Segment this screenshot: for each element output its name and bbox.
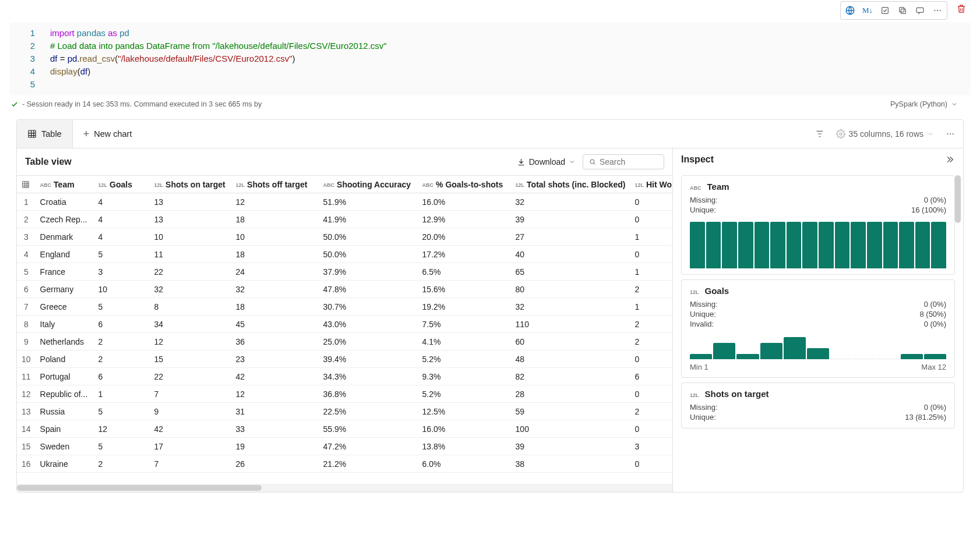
- svg-rect-3: [900, 8, 904, 12]
- table-row[interactable]: 5France3222437.9%6.5%651: [17, 263, 672, 281]
- chevron-down-icon: [927, 130, 934, 137]
- copy-cell-icon[interactable]: [894, 3, 911, 18]
- status-bar: - Session ready in 14 sec 353 ms. Comman…: [0, 98, 980, 111]
- chevron-down-icon: [569, 158, 576, 165]
- table-row[interactable]: 6Germany10323247.8%15.6%802: [17, 281, 672, 298]
- success-check-icon: [10, 100, 19, 108]
- svg-point-13: [590, 160, 594, 164]
- svg-point-12: [953, 133, 954, 134]
- column-header[interactable]: 12LShots off target: [231, 176, 319, 193]
- delete-cell-icon[interactable]: [953, 1, 970, 16]
- svg-rect-2: [901, 9, 905, 13]
- data-wrangler-icon[interactable]: [842, 3, 858, 18]
- table-row[interactable]: 10Poland2152339.4%5.2%480: [17, 350, 672, 368]
- search-input[interactable]: [600, 157, 658, 167]
- more-output-actions-icon[interactable]: [942, 126, 958, 142]
- column-header[interactable]: 12LShots on target: [150, 176, 231, 193]
- type-tag: ABC: [690, 185, 701, 191]
- output-container: Table + New chart 35 columns, 16 rows Ta…: [16, 119, 964, 493]
- table-row[interactable]: 16Ukraine272621.2%6.0%380: [17, 455, 672, 473]
- cell-toolbar: M↓: [0, 0, 980, 21]
- horizontal-scrollbar-thumb[interactable]: [17, 485, 262, 491]
- table-row[interactable]: 13Russia593122.5%12.5%592: [17, 403, 672, 420]
- inspect-pane: Inspect ABC Team Missing:0 (0%) Unique:1…: [673, 148, 963, 492]
- inspect-card-team[interactable]: ABC Team Missing:0 (0%) Unique:16 (100%): [681, 175, 955, 275]
- tab-table[interactable]: Table: [17, 120, 73, 148]
- search-icon: [589, 158, 596, 166]
- search-box[interactable]: [583, 154, 664, 169]
- goals-histogram: [690, 336, 946, 359]
- plus-icon: +: [83, 128, 90, 140]
- code-cell[interactable]: 1import pandas as pd2# Load data into pa…: [9, 22, 971, 95]
- table-row[interactable]: 3Denmark4101050.0%20.0%271: [17, 228, 672, 246]
- markdown-convert-icon[interactable]: M↓: [859, 3, 876, 18]
- table-row[interactable]: 9Netherlands2123625.0%4.1%602: [17, 333, 672, 350]
- code-editor[interactable]: 1import pandas as pd2# Load data into pa…: [9, 22, 971, 95]
- column-header[interactable]: 12LHit Wo: [630, 176, 672, 193]
- card-column-name: Goals: [705, 286, 729, 296]
- card-column-name: Shots on target: [705, 389, 769, 399]
- status-text: - Session ready in 14 sec 353 ms. Comman…: [22, 100, 262, 108]
- table-row[interactable]: 7Greece581830.7%19.2%321: [17, 298, 672, 316]
- kernel-label: PySpark (Python): [890, 100, 947, 108]
- table-pane: Table view Download ABCTeam12LGoals12LSh…: [17, 148, 673, 492]
- column-header[interactable]: ABCTeam: [36, 176, 94, 193]
- svg-rect-1: [882, 8, 889, 14]
- rowindex-header[interactable]: [17, 176, 36, 193]
- svg-point-11: [950, 133, 951, 134]
- collapse-inspect-icon[interactable]: [944, 154, 955, 165]
- column-header[interactable]: 12LGoals: [94, 176, 150, 193]
- filter-icon[interactable]: [812, 126, 828, 142]
- svg-rect-14: [23, 181, 29, 187]
- collapse-output-icon[interactable]: [877, 3, 893, 18]
- table-row[interactable]: 1Croatia4131251.9%16.0%320: [17, 193, 672, 211]
- table-row[interactable]: 15Sweden5171947.2%13.8%393: [17, 438, 672, 455]
- team-histogram: [690, 222, 946, 268]
- table-row[interactable]: 12Republic of...171236.8%5.2%280: [17, 385, 672, 403]
- data-table[interactable]: ABCTeam12LGoals12LShots on target12LShot…: [17, 175, 672, 484]
- column-header[interactable]: 12LTotal shots (inc. Blocked): [511, 176, 630, 193]
- column-row-summary[interactable]: 35 columns, 16 rows: [836, 129, 934, 139]
- chevron-down-icon: [951, 101, 958, 108]
- table-title: Table view: [25, 157, 72, 167]
- gear-icon: [836, 129, 845, 139]
- tab-newchart-label: New chart: [94, 129, 132, 139]
- kernel-selector[interactable]: PySpark (Python): [888, 98, 971, 111]
- add-comment-icon[interactable]: [912, 3, 928, 18]
- inspect-card-shots[interactable]: 12L Shots on target Missing:0 (0%) Uniqu…: [681, 382, 955, 428]
- svg-point-10: [947, 133, 948, 134]
- svg-point-9: [840, 133, 842, 135]
- svg-point-5: [934, 10, 935, 11]
- table-row[interactable]: 11Portugal6224234.3%9.3%826: [17, 368, 672, 385]
- table-header-row: Table view Download: [17, 148, 672, 175]
- horizontal-scrollbar[interactable]: [17, 484, 672, 492]
- column-header[interactable]: ABC% Goals-to-shots: [418, 176, 511, 193]
- tab-new-chart[interactable]: + New chart: [73, 120, 143, 148]
- svg-rect-8: [29, 130, 36, 137]
- table-row[interactable]: 14Spain12423355.9%16.0%1000: [17, 420, 672, 438]
- inspect-scrollbar-thumb[interactable]: [955, 175, 961, 223]
- svg-point-6: [937, 10, 938, 11]
- column-header[interactable]: ABCShooting Accuracy: [319, 176, 418, 193]
- svg-rect-4: [916, 8, 923, 12]
- tab-table-label: Table: [41, 129, 62, 139]
- download-button[interactable]: Download: [517, 157, 576, 167]
- table-row[interactable]: 8Italy6344543.0%7.5%1102: [17, 316, 672, 333]
- table-row[interactable]: 4England5111850.0%17.2%400: [17, 246, 672, 263]
- download-label: Download: [529, 157, 565, 167]
- column-row-summary-label: 35 columns, 16 rows: [849, 129, 923, 139]
- more-actions-icon[interactable]: [929, 3, 946, 18]
- output-tabbar: Table + New chart 35 columns, 16 rows: [17, 120, 963, 148]
- table-row[interactable]: 2Czech Rep...4131841.9%12.9%390: [17, 211, 672, 228]
- table-icon: [27, 129, 37, 139]
- download-icon: [517, 158, 526, 167]
- inspect-card-goals[interactable]: 12L Goals Missing:0 (0%) Unique:8 (50%) …: [681, 279, 955, 378]
- svg-point-7: [940, 10, 941, 11]
- card-column-name: Team: [707, 182, 729, 192]
- inspect-title: Inspect: [681, 154, 714, 165]
